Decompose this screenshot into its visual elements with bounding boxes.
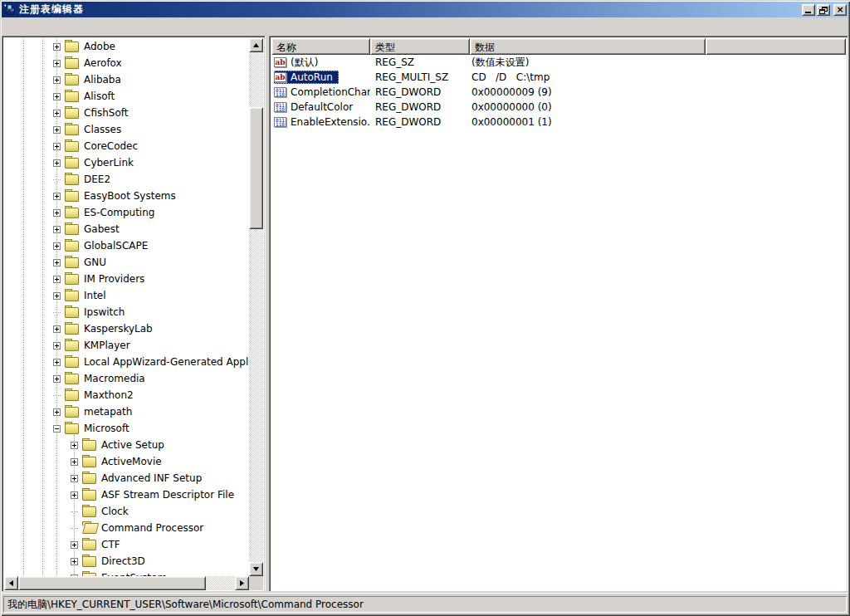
tree-node[interactable]: DEE2 xyxy=(4,171,249,188)
tree-node[interactable]: KMPlayer xyxy=(4,337,249,354)
tree-node[interactable]: Ipswitch xyxy=(4,304,249,320)
expand-toggle-icon[interactable] xyxy=(53,359,61,366)
tree-vertical-scrollbar[interactable] xyxy=(249,38,263,576)
tree-node[interactable]: Active Setup xyxy=(4,437,249,453)
expand-toggle-icon[interactable] xyxy=(71,442,78,449)
tree-node-label[interactable]: Alibaba xyxy=(82,73,123,86)
expand-toggle-icon[interactable] xyxy=(53,193,61,200)
expand-toggle-icon[interactable] xyxy=(53,325,61,333)
menu-item[interactable] xyxy=(14,25,26,28)
tree-node-label[interactable]: CTF xyxy=(100,538,122,551)
tree-node-label[interactable]: Classes xyxy=(82,123,123,136)
close-button[interactable]: × xyxy=(833,4,847,16)
tree-node[interactable]: Alisoft xyxy=(4,88,249,105)
tree-node[interactable]: ASF Stream Descriptor File xyxy=(4,486,249,503)
restore-button[interactable] xyxy=(817,4,830,16)
tree-node-label[interactable]: GNU xyxy=(82,256,108,269)
tree-node-label[interactable]: ASF Stream Descriptor File xyxy=(100,488,236,501)
tree-node-label[interactable]: Local AppWizard-Generated Appli xyxy=(82,355,249,369)
menu-item[interactable] xyxy=(37,25,49,28)
value-row[interactable]: ab 011 110 AutoRun REG_MULTI_SZ CD /D C:… xyxy=(271,70,846,85)
expand-toggle-icon[interactable] xyxy=(71,541,78,549)
column-header-data[interactable]: 数据 xyxy=(470,38,706,55)
tree-node-label[interactable]: Direct3D xyxy=(100,555,147,568)
tree-node[interactable]: CfishSoft xyxy=(4,105,249,121)
tree-node[interactable]: Advanced INF Setup xyxy=(4,470,249,486)
scroll-thumb[interactable] xyxy=(18,576,206,590)
expand-toggle-icon[interactable] xyxy=(53,342,61,350)
tree-node[interactable]: CyberLink xyxy=(4,154,249,171)
scroll-track[interactable] xyxy=(249,52,263,562)
tree-node[interactable]: KasperskyLab xyxy=(4,320,249,337)
tree-node-label[interactable]: GlobalSCAPE xyxy=(82,239,149,252)
scroll-down-button[interactable] xyxy=(249,562,263,576)
menu-item[interactable] xyxy=(2,25,14,28)
tree-node[interactable]: Macromedia xyxy=(4,370,249,387)
expand-toggle-icon[interactable] xyxy=(53,312,61,313)
expand-toggle-icon[interactable] xyxy=(71,475,78,482)
expand-toggle-icon[interactable] xyxy=(53,43,61,51)
tree-node[interactable]: ActiveMovie xyxy=(4,453,249,470)
expand-toggle-icon[interactable] xyxy=(53,143,61,150)
scroll-right-button[interactable] xyxy=(235,576,249,590)
tree-node-label[interactable]: ActiveMovie xyxy=(100,455,164,468)
tree-node-label[interactable]: Intel xyxy=(82,289,108,302)
tree-node[interactable]: EventSystem xyxy=(4,570,249,576)
tree-node[interactable]: CoreCodec xyxy=(4,138,249,154)
expand-toggle-icon[interactable] xyxy=(53,276,61,283)
expand-toggle-icon[interactable] xyxy=(53,209,61,217)
value-name-cell[interactable]: ab 011 110 EnableExtensio... xyxy=(271,115,370,129)
tree-node-label[interactable]: KMPlayer xyxy=(82,339,132,352)
scroll-thumb[interactable] xyxy=(249,107,263,229)
tree-node-label[interactable]: Clock xyxy=(100,505,130,518)
scroll-up-button[interactable] xyxy=(249,38,263,52)
expand-toggle-icon[interactable] xyxy=(71,458,78,466)
menu-item[interactable] xyxy=(26,25,37,28)
tree-node-label[interactable]: DEE2 xyxy=(82,173,112,186)
title-bar[interactable]: 注册表编辑器 × xyxy=(2,2,848,17)
tree-node[interactable]: metapath xyxy=(4,403,249,420)
expand-toggle-icon[interactable] xyxy=(53,179,61,180)
value-name[interactable]: CompletionChar xyxy=(290,86,370,99)
expand-toggle-icon[interactable] xyxy=(71,491,78,499)
tree-node[interactable]: GlobalSCAPE xyxy=(4,237,249,254)
expand-toggle-icon[interactable] xyxy=(71,558,78,565)
tree-node-label[interactable]: CoreCodec xyxy=(82,139,139,153)
column-header-name[interactable]: 名称 xyxy=(271,38,370,55)
value-name[interactable]: (默认) xyxy=(290,55,319,71)
tree-node[interactable]: Intel xyxy=(4,287,249,304)
tree-node-label[interactable]: EasyBoot Systems xyxy=(82,189,178,203)
value-row[interactable]: ab 011 110 DefaultColor REG_DWORD 0x0000… xyxy=(271,100,846,115)
tree-node-label[interactable]: Aerofox xyxy=(82,56,124,70)
minimize-button[interactable] xyxy=(802,4,815,16)
tree-node[interactable]: Adobe xyxy=(4,38,249,55)
value-name[interactable]: AutoRun xyxy=(290,71,334,84)
tree-node[interactable]: Direct3D xyxy=(4,553,249,570)
tree-node[interactable]: Aerofox xyxy=(4,55,249,71)
tree-node[interactable]: Maxthon2 xyxy=(4,387,249,403)
tree-node[interactable]: CTF xyxy=(4,536,249,553)
tree-node-label[interactable]: Command Processor xyxy=(100,521,205,535)
tree-node-label[interactable]: Active Setup xyxy=(100,438,166,452)
value-row[interactable]: ab 011 110 CompletionChar REG_DWORD 0x00… xyxy=(271,85,846,100)
expand-toggle-icon[interactable] xyxy=(53,425,61,433)
expand-toggle-icon[interactable] xyxy=(53,93,61,100)
tree-node-label[interactable]: Alisoft xyxy=(82,90,116,103)
tree-horizontal-scrollbar[interactable] xyxy=(4,576,249,590)
value-name-cell[interactable]: ab 011 110 AutoRun xyxy=(271,71,370,84)
expand-toggle-icon[interactable] xyxy=(53,159,61,167)
tree-node-label[interactable]: IM Providers xyxy=(82,272,146,286)
tree-node-label[interactable]: Maxthon2 xyxy=(82,389,135,402)
column-header-type[interactable]: 类型 xyxy=(370,38,470,55)
regedit-app-icon[interactable] xyxy=(3,3,17,17)
tree-node[interactable]: Microsoft xyxy=(4,420,249,437)
tree-node[interactable]: ES-Computing xyxy=(4,204,249,221)
value-name[interactable]: DefaultColor xyxy=(290,100,354,114)
value-name-cell[interactable]: ab 011 110 DefaultColor xyxy=(271,100,370,114)
expand-toggle-icon[interactable] xyxy=(53,259,61,266)
value-name-cell[interactable]: ab 011 110 CompletionChar xyxy=(271,86,370,99)
tree-node[interactable]: Classes xyxy=(4,121,249,138)
tree-node-label[interactable]: Macromedia xyxy=(82,372,147,385)
tree-node[interactable]: EasyBoot Systems xyxy=(4,188,249,204)
value-row[interactable]: ab 011 110 (默认) REG_SZ (数值未设置) xyxy=(271,55,846,70)
